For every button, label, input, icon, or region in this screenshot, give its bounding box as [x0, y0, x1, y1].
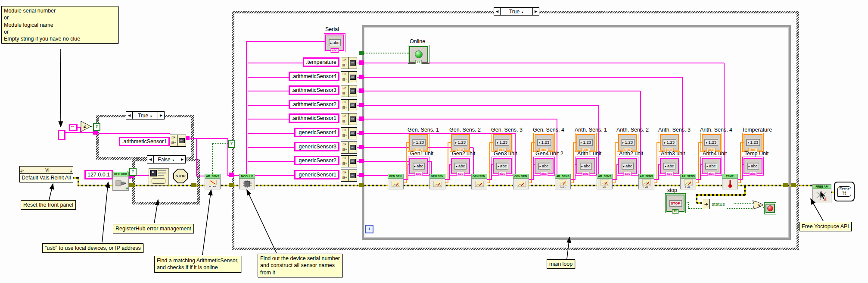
name-string-constant[interactable]: .arithmeticSensor3 [289, 85, 339, 95]
module-node[interactable]: MODULE [239, 174, 255, 189]
comment-find-matching[interactable]: Find a matching ArithmeticSensor, and ch… [154, 256, 241, 273]
name-string-constant[interactable]: .genericSensor1 [294, 170, 339, 179]
concat-strings-node[interactable]: □+▨+ab [341, 113, 357, 125]
sensor-read-node[interactable]: AR. SENS+-×÷ [638, 174, 654, 189]
register-hub-node[interactable]: REG.HUB + [112, 172, 129, 191]
vi-invoke-node[interactable]: ▯➝ VI ▯ Default Vals.Reinit All ?! ?! [19, 166, 73, 182]
not-equal-node[interactable]: ≠ [81, 121, 92, 132]
wire-tunnel[interactable] [359, 103, 364, 107]
name-string-constant[interactable]: .temperature [303, 57, 339, 67]
case-next-icon[interactable]: ▶ [532, 8, 539, 15]
wire-tunnel[interactable] [359, 88, 364, 93]
free-api-node[interactable]: FREE API ✕ [812, 184, 831, 203]
sensor-read-node[interactable]: GEN SEN. [513, 174, 529, 189]
unit-indicator-label[interactable]: Arith4 unit [703, 151, 727, 157]
outer-case-selector[interactable]: ◀ True▼ ▶ [494, 7, 539, 16]
concat-strings-node[interactable]: □+▨+ab [341, 142, 357, 154]
case-prev-icon[interactable]: ◀ [147, 156, 154, 163]
unit-indicator-label[interactable]: Gen1 unit [410, 151, 433, 157]
loop-iteration-terminal[interactable]: i [365, 225, 373, 233]
wire-tunnel[interactable] [359, 75, 364, 79]
online-indicator[interactable]: TF [409, 46, 428, 63]
arith1-name-constant[interactable]: .arithmeticSensor1 [119, 137, 170, 146]
loop-condition-terminal[interactable] [765, 204, 775, 213]
stop-node[interactable]: STOP [173, 169, 188, 183]
comment-reset-front-panel[interactable]: Reset the front panel [21, 200, 76, 210]
concat-strings-node[interactable]: □+▨+ab [341, 127, 357, 139]
wire-tunnel[interactable] [783, 183, 788, 187]
comment-main-loop[interactable]: main loop [547, 259, 575, 269]
numeric-indicator[interactable]: ▸1.23DBL [702, 134, 721, 151]
unit-string-indicator[interactable]: ▸abcabc [576, 158, 595, 174]
error-dialog-node[interactable] [149, 168, 169, 186]
wire-tunnel[interactable] [359, 60, 364, 65]
case-prev-icon[interactable]: ◀ [126, 112, 133, 119]
module-name-string-constant[interactable] [58, 130, 65, 140]
unit-indicator-label[interactable]: Temp Unit [744, 151, 768, 157]
numeric-indicator[interactable]: ▸1.23DBL [576, 134, 595, 151]
concat-strings-node[interactable]: □+▨+ab [341, 170, 357, 182]
unit-string-indicator[interactable]: ▸abcabc [493, 158, 512, 174]
case-next-icon[interactable]: ▶ [179, 156, 185, 163]
unit-string-indicator[interactable]: ▸abcabc [702, 158, 721, 174]
numeric-indicator[interactable]: ▸1.23DBL [618, 134, 637, 151]
sensor-read-node[interactable]: GEN SEN. [388, 174, 404, 189]
comment-module-hint[interactable]: Module serial number or Module logical n… [1, 6, 118, 44]
concat-strings-node[interactable]: □+▨+ab [341, 99, 357, 111]
case-prev-icon[interactable]: ◀ [494, 8, 501, 15]
name-string-constant[interactable]: .arithmeticSensor2 [289, 100, 339, 109]
concat-strings-node[interactable]: □+▨+ab [341, 85, 357, 97]
unit-string-indicator[interactable]: ▸abcabc [660, 158, 679, 174]
unbundle-status-node[interactable]: ➜ [702, 199, 710, 209]
comment-usb-hint[interactable]: "usb" to use local devices, or IP addres… [42, 243, 143, 253]
sensor-name-label[interactable]: Temperature [742, 127, 772, 133]
sensor-name-label[interactable]: Arith. Sens. 2 [616, 127, 649, 133]
comment-find-serial[interactable]: Find out the device serial number and co… [258, 254, 342, 277]
serial-indicator[interactable]: ▸abc abc [325, 35, 344, 51]
case-next-icon[interactable]: ▶ [158, 112, 164, 119]
numeric-indicator[interactable]: ▸1.23DBL [535, 134, 554, 151]
concat-strings-node[interactable]: □+▨+ab [341, 71, 357, 83]
concat-strings-node[interactable]: □+▨+ab [341, 155, 357, 167]
comment-free-api[interactable]: Free Yoctopuce API [799, 222, 852, 231]
numeric-indicator[interactable]: ▸1.23DBL [744, 134, 762, 151]
name-case-selector[interactable]: ◀ True▼ ▶ [126, 111, 165, 119]
name-string-constant[interactable]: .genericSensor3 [294, 142, 339, 151]
wire-tunnel[interactable] [129, 183, 134, 187]
empty-string-constant[interactable]: "" [69, 124, 78, 131]
status-element-label[interactable]: status [709, 199, 727, 209]
unit-indicator-label[interactable]: Gen3 unit [494, 151, 517, 157]
sensor-read-node[interactable]: AR. SENS+-×÷ [597, 174, 613, 189]
sensor-read-node[interactable]: AR. SENS+-×÷ [555, 174, 571, 189]
stop-button-label[interactable]: stop [667, 187, 677, 193]
wire-tunnel[interactable] [359, 116, 364, 121]
concat-strings-node[interactable]: □+▨+ ab [170, 135, 186, 147]
numeric-indicator[interactable]: ▸1.23DBL [451, 134, 470, 151]
sensor-name-label[interactable]: Gen. Sens. 1 [408, 127, 439, 133]
wire-tunnel[interactable] [191, 183, 196, 187]
wire-tunnel[interactable] [359, 145, 364, 149]
unit-indicator-label[interactable]: Arith1 unit [577, 151, 601, 157]
sensor-read-node[interactable]: GEN SEN. [429, 174, 445, 189]
numeric-indicator[interactable]: ▸1.23DBL [493, 134, 512, 151]
wire-tunnel[interactable] [359, 51, 364, 55]
serial-indicator-label[interactable]: Serial [325, 26, 339, 32]
unit-indicator-label[interactable]: Arith2 unit [619, 151, 643, 157]
wire-tunnel[interactable] [359, 131, 364, 135]
wire-tunnel[interactable] [791, 183, 796, 187]
concat-strings-node[interactable]: □+▨+ab [341, 57, 357, 69]
ip-address-constant[interactable]: 127.0.0.1 [84, 170, 113, 179]
error-handler-node[interactable]: Error ?! [834, 182, 855, 201]
numeric-indicator[interactable]: ▸1.23DBL [409, 134, 428, 151]
name-string-constant[interactable]: .genericSensor2 [294, 156, 339, 165]
sensor-read-node[interactable]: AR. SENS+-×÷ [680, 174, 696, 189]
unit-string-indicator[interactable]: ▸abcabc [618, 158, 637, 174]
name-string-constant[interactable]: .arithmeticSensor1 [289, 113, 339, 123]
sensor-name-label[interactable]: Arith. Sens. 4 [700, 127, 732, 133]
sensor-name-label[interactable]: Arith. Sens. 3 [658, 127, 691, 133]
name-string-constant[interactable]: .genericSensor4 [294, 128, 339, 137]
numeric-indicator[interactable]: ▸1.23DBL [660, 134, 679, 151]
unit-string-indicator[interactable]: ▸abcabc [535, 158, 554, 174]
or-gate-node[interactable]: v [752, 200, 765, 210]
sensor-name-label[interactable]: Arith. Sens. 1 [575, 127, 607, 133]
